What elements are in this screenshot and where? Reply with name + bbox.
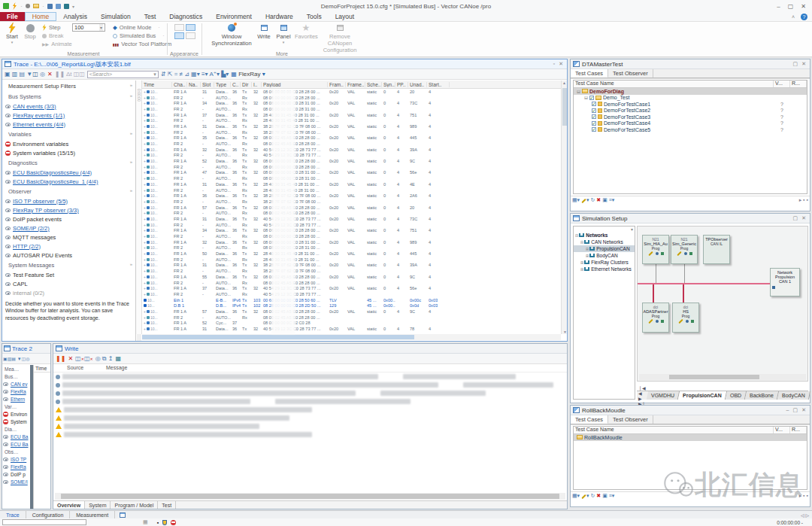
ribbon-tab-analysis[interactable]: Analysis bbox=[56, 12, 94, 21]
trace-row[interactable]: +10...FR 1 A31Data...36Tx3240 54 29 12 3… bbox=[142, 216, 561, 222]
trace-row[interactable]: +10...FR 1 A34Data...36Tx3208 06 00 00 0… bbox=[142, 228, 561, 234]
bus-tab-bodycan[interactable]: BodyCAN bbox=[777, 391, 810, 400]
simulated-bus-option[interactable]: Simulated Bus· bbox=[113, 32, 165, 40]
trace-row[interactable]: +10...FR 2-AUTO...Rx38 28 7F 07 62 C0 7F… bbox=[142, 268, 561, 274]
sim-tree-propulsioncan[interactable]: ⊞PropulsionCAN bbox=[574, 245, 635, 252]
bus-tab-vgmdhu[interactable]: VGMDHU bbox=[646, 391, 679, 400]
trace2-item[interactable]: FlexRa bbox=[2, 388, 30, 395]
trace2-item[interactable]: Obs… bbox=[2, 448, 30, 455]
trace-row[interactable]: +10...FR 2-AUTO...Rx40 54 29 12 3C C0 28… bbox=[142, 153, 561, 159]
trace-hscrollbar[interactable] bbox=[142, 334, 561, 340]
filter-section-observer[interactable]: Observer» bbox=[2, 186, 135, 196]
dta-row-demofordiag[interactable]: ⊟DemoForDiag bbox=[574, 88, 807, 95]
trace2-item[interactable]: ISO TP bbox=[2, 455, 30, 463]
filter-section-diagnostics[interactable]: Diagnostics» bbox=[2, 157, 135, 168]
workspace-tab-configuration[interactable]: Configuration bbox=[26, 511, 71, 518]
filter-item-flexray-events-1-1-[interactable]: FlexRay events (1/1) bbox=[2, 111, 135, 120]
trace-row[interactable]: +10...FR 1 A32Data...36Tx3240 54 29 12 3… bbox=[142, 147, 561, 153]
write-tab-program-model[interactable]: Program / Model bbox=[111, 501, 158, 509]
trace-col-na[interactable]: Na.. bbox=[187, 82, 201, 87]
trace-col-time[interactable]: Time bbox=[142, 82, 172, 87]
write-tab-test[interactable]: Test bbox=[158, 501, 176, 509]
filter-item-environment-variables[interactable]: Environment variables bbox=[2, 139, 135, 148]
trace2-item[interactable]: Mea… bbox=[2, 365, 30, 372]
filter-section-variables[interactable]: Variables» bbox=[2, 129, 135, 139]
filter-item-internal-0-2-[interactable]: internal (0/2) bbox=[2, 288, 135, 297]
trace-row[interactable]: +10...FR 1 A36Data...36Tx3238 28 7F 07 6… bbox=[142, 193, 561, 199]
dta-row-demofortestcase3[interactable]: ✓DemoForTestCase3? bbox=[574, 114, 807, 120]
bus-tab-obd[interactable]: OBD bbox=[725, 391, 747, 400]
workspace-tab-trace[interactable]: Trace bbox=[0, 511, 26, 518]
panel-button[interactable]: Panel▾ bbox=[274, 23, 293, 44]
trace2-item[interactable]: FlexRa bbox=[2, 463, 30, 470]
ribbon-tab-layout[interactable]: Layout bbox=[329, 12, 362, 21]
trace-row[interactable]: 10...D.B 1D.B...IPv4Tx10208 28 00 00 00 … bbox=[142, 303, 561, 309]
trace-row[interactable]: +10...FR 1 A50Data...36Tx3228 40 30 31 4… bbox=[142, 251, 561, 257]
trace2-item[interactable]: System bbox=[2, 418, 30, 425]
trace-col-frame[interactable]: Frame.. bbox=[346, 82, 365, 87]
trace-row[interactable]: +10...FR 2-AUTO...Rx08 00 02 45 A5 E0 28… bbox=[142, 210, 561, 216]
ribbon-tab-diagnostics[interactable]: Diagnostics bbox=[162, 12, 209, 21]
filter-section-measurement-setup-filters[interactable]: Measurement Setup Filters» bbox=[2, 81, 135, 91]
trace-row[interactable]: +10...FR 2-AUTO...Rx08 06 00 00 00 C0 28… bbox=[142, 164, 561, 170]
checkbox[interactable]: ✓ bbox=[592, 121, 596, 126]
dta-row-demofortestcase1[interactable]: ✓DemoForTestCase1? bbox=[574, 101, 807, 108]
vector-tool-platform-option[interactable]: ▮▮▮Vector Tool Platform bbox=[113, 40, 171, 48]
bus-tab-propulsioncan[interactable]: PropulsionCAN bbox=[678, 391, 727, 400]
trace-row[interactable]: +10...FR 1 A31Data...36Tx3240 54 29 12 3… bbox=[142, 326, 561, 332]
trace-col-start[interactable]: Start.. bbox=[427, 82, 450, 87]
trace-col-slot[interactable]: Slot bbox=[201, 82, 214, 87]
trace-col-cha[interactable]: Cha.. bbox=[172, 82, 187, 87]
trace-col-i[interactable]: I.. bbox=[252, 82, 262, 87]
bus-tab-nav-icons[interactable]: ❘◀ ◀ ▶ ▶❘ bbox=[637, 385, 647, 406]
write-message-row[interactable] bbox=[53, 422, 567, 430]
write-message-row[interactable] bbox=[53, 430, 567, 439]
trace2-item[interactable]: ECU Ba bbox=[2, 440, 30, 448]
tab-scroll-icons[interactable]: ◁ ▷ bbox=[801, 512, 812, 518]
trace-col-fram[interactable]: Fram.. bbox=[328, 82, 346, 87]
ribbon-tab-home[interactable]: Home bbox=[25, 12, 57, 21]
col-v[interactable]: V... bbox=[774, 81, 790, 87]
trace-row[interactable]: +10...FR 1 A55Data...36Tx3208 00 02 45 A… bbox=[142, 274, 561, 280]
clear-icon[interactable]: ✕ bbox=[47, 71, 53, 78]
trace-pin-icon[interactable]: ▫ bbox=[553, 61, 555, 67]
window-synchronization-button[interactable]: WindowSynchronization bbox=[209, 23, 254, 47]
trace-row[interactable]: +10...FR 1 A31Data...36Tx3208 06 00 00 0… bbox=[142, 89, 561, 95]
filter-section-system-messages[interactable]: System Messages» bbox=[2, 260, 135, 270]
trace-row[interactable]: +10...FR 2-AUTO...Rx08 00 02 45 A5 E0 28… bbox=[142, 280, 561, 286]
dta-row-demofortestcase4[interactable]: ✓DemoForTestCase4? bbox=[574, 120, 807, 127]
trace-row[interactable]: +10...FR 1 A31Data...36Tx3228 40 30 31 4… bbox=[142, 181, 561, 187]
filter-item-iso-tp-observer-5-5-[interactable]: ISO TP observer (5/5) bbox=[2, 196, 135, 205]
workspace-tab-measurement[interactable]: Measurement bbox=[70, 511, 115, 518]
trace-row[interactable]: +10...FR 1 A31Data...36Tx3238 28 7F 07 6… bbox=[142, 123, 561, 129]
bus-tab-backbone[interactable]: BackBone bbox=[745, 391, 779, 400]
sim-node-tpobserver[interactable]: TPObserverCAN IL bbox=[703, 235, 730, 264]
dta-nav-icons[interactable]: ▸ ▪ ▪ bbox=[799, 197, 808, 203]
trace-row[interactable]: +10...FR 2-AUTO...Rx28 40 30 31 45 40 28… bbox=[142, 187, 561, 193]
write-col-message[interactable]: Message bbox=[106, 365, 127, 372]
ribbon-tab-test[interactable]: Test bbox=[138, 12, 163, 21]
sim-node-adaspartner[interactable]: dciADASPartnerProg bbox=[642, 303, 669, 333]
dta-row-demo_test[interactable]: ⊟✓Demo_Test bbox=[574, 95, 807, 102]
help-icon[interactable]: ? bbox=[801, 14, 807, 20]
trace2-item[interactable]: ECU Ba bbox=[2, 433, 30, 440]
write-message-row[interactable] bbox=[53, 406, 567, 414]
write-window-button[interactable]: Write bbox=[254, 23, 274, 40]
trace-col-type[interactable]: Type bbox=[214, 82, 231, 87]
trace2-item[interactable]: Environ bbox=[2, 410, 30, 418]
flexray-filter-dropdown[interactable]: ▦ FlexRay ▾ bbox=[231, 71, 265, 78]
write-message-row[interactable] bbox=[53, 389, 567, 397]
write-tab-overview[interactable]: Overview bbox=[53, 501, 85, 509]
ribbon-tab-file[interactable]: File bbox=[0, 12, 25, 21]
animation-factor-combo[interactable]: 100▾ bbox=[72, 23, 105, 32]
trace-col-syn[interactable]: Syn.. bbox=[382, 82, 395, 87]
pause-icons[interactable]: ❚❚ Δt ◫◫ bbox=[55, 71, 85, 78]
trace-row[interactable]: +10...FR 2-AUTO...Rx08 06 00 00 00 C0 28… bbox=[142, 95, 561, 101]
checkbox[interactable]: ✓ bbox=[592, 114, 596, 119]
trace2-item[interactable]: DoIP p bbox=[2, 470, 30, 478]
remove-canopen-button[interactable]: Remove CANopenConfiguration bbox=[319, 23, 361, 53]
trace-col-unad[interactable]: Unad.. bbox=[408, 82, 427, 87]
trace-row[interactable]: +10...FR 2-AUTO...Rx28 40 30 31 45 40 28… bbox=[142, 257, 561, 263]
trace-search-input[interactable]: <Search>▾ bbox=[87, 71, 159, 78]
filter-item-flexray-tp-observer-3-3-[interactable]: FlexRay TP observer (3/3) bbox=[2, 205, 135, 214]
